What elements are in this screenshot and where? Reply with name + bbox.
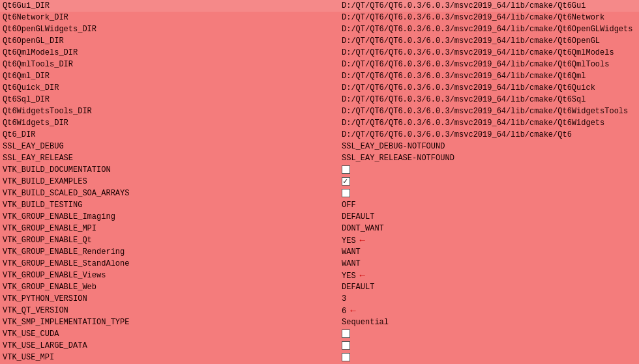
- table-row: VTK_USE_LARGE_DATA: [0, 340, 639, 352]
- table-row: VTK_BUILD_DOCUMENTATION: [0, 164, 639, 176]
- config-value: D:/QT/QT6/QT6.0.3/6.0.3/msvc2019_64/lib/…: [339, 105, 639, 117]
- table-row: VTK_USE_MPI: [0, 352, 639, 363]
- config-value-text: D:/QT/QT6/QT6.0.3/6.0.3/msvc2019_64/lib/…: [342, 48, 614, 57]
- config-value: WANT: [339, 246, 639, 258]
- config-key: Qt6QmlTools_DIR: [0, 59, 339, 70]
- config-key: VTK_GROUP_ENABLE_Views: [0, 270, 339, 281]
- config-value-text: D:/QT/QT6/QT6.0.3/6.0.3/msvc2019_64/lib/…: [342, 36, 600, 46]
- config-value-text: D:/QT/QT6/QT6.0.3/6.0.3/msvc2019_64/lib/…: [342, 60, 609, 69]
- config-value: D:/QT/QT6/QT6.0.3/6.0.3/msvc2019_64/lib/…: [339, 23, 639, 35]
- config-value-text: D:/QT/QT6/QT6.0.3/6.0.3/msvc2019_64/lib/…: [342, 83, 595, 92]
- config-key: SSL_EAY_DEBUG: [0, 141, 339, 152]
- config-value-text: SSL_EAY_RELEASE-NOTFOUND: [342, 154, 454, 163]
- config-value: DEFAULT: [339, 281, 639, 293]
- config-key: VTK_BUILD_DOCUMENTATION: [0, 164, 339, 176]
- config-value-text: DEFAULT: [342, 283, 374, 292]
- table-row: VTK_SMP_IMPLEMENTATION_TYPESequential: [0, 316, 639, 328]
- config-value: SSL_EAY_DEBUG-NOTFOUND: [339, 141, 639, 152]
- config-value: D:/QT/QT6/QT6.0.3/6.0.3/msvc2019_64/lib/…: [339, 35, 639, 47]
- table-row: Qt6_DIRD:/QT/QT6/QT6.0.3/6.0.3/msvc2019_…: [0, 129, 639, 141]
- config-key: Qt6Sql_DIR: [0, 94, 339, 105]
- config-key: Qt6Gui_DIR: [0, 0, 339, 12]
- table-row: Qt6Widgets_DIRD:/QT/QT6/QT6.0.3/6.0.3/ms…: [0, 117, 639, 129]
- arrow-icon: ←: [350, 305, 355, 316]
- config-value[interactable]: [339, 352, 639, 363]
- config-value-text: YES: [342, 236, 356, 245]
- config-key: VTK_USE_MPI: [0, 352, 339, 363]
- config-value: DEFAULT: [339, 211, 639, 223]
- config-value-text: D:/QT/QT6/QT6.0.3/6.0.3/msvc2019_64/lib/…: [342, 1, 586, 10]
- table-row: Qt6Qml_DIRD:/QT/QT6/QT6.0.3/6.0.3/msvc20…: [0, 70, 639, 82]
- table-row: VTK_GROUP_ENABLE_WebDEFAULT: [0, 281, 639, 293]
- config-value-text: 6: [342, 307, 346, 316]
- arrow-icon: ←: [360, 270, 365, 281]
- config-key: VTK_USE_CUDA: [0, 328, 339, 340]
- checkbox[interactable]: [342, 189, 350, 197]
- config-key: Qt6_DIR: [0, 129, 339, 141]
- checkbox[interactable]: [342, 329, 350, 338]
- config-key: VTK_SMP_IMPLEMENTATION_TYPE: [0, 316, 339, 328]
- config-value-text: D:/QT/QT6/QT6.0.3/6.0.3/msvc2019_64/lib/…: [342, 119, 604, 128]
- config-value: D:/QT/QT6/QT6.0.3/6.0.3/msvc2019_64/lib/…: [339, 117, 639, 129]
- config-key: VTK_QT_VERSION: [0, 305, 339, 316]
- config-value: D:/QT/QT6/QT6.0.3/6.0.3/msvc2019_64/lib/…: [339, 94, 639, 105]
- config-value[interactable]: [339, 164, 639, 176]
- config-key: VTK_GROUP_ENABLE_Qt: [0, 234, 339, 246]
- config-value-text: WANT: [342, 259, 361, 268]
- config-key: Qt6WidgetsTools_DIR: [0, 105, 339, 117]
- config-value[interactable]: [339, 340, 639, 352]
- config-key: VTK_BUILD_EXAMPLES: [0, 176, 339, 188]
- table-row: Qt6QmlTools_DIRD:/QT/QT6/QT6.0.3/6.0.3/m…: [0, 59, 639, 70]
- config-value: D:/QT/QT6/QT6.0.3/6.0.3/msvc2019_64/lib/…: [339, 129, 639, 141]
- checkbox[interactable]: [342, 341, 350, 350]
- arrow-icon: ←: [360, 235, 365, 245]
- config-value-text: D:/QT/QT6/QT6.0.3/6.0.3/msvc2019_64/lib/…: [342, 72, 586, 81]
- config-value-text: OFF: [342, 201, 356, 210]
- table-row: Qt6Quick_DIRD:/QT/QT6/QT6.0.3/6.0.3/msvc…: [0, 82, 639, 94]
- config-value-text: D:/QT/QT6/QT6.0.3/6.0.3/msvc2019_64/lib/…: [342, 25, 632, 34]
- table-row: Qt6OpenGLWidgets_DIRD:/QT/QT6/QT6.0.3/6.…: [0, 23, 639, 35]
- table-row: Qt6Gui_DIRD:/QT/QT6/QT6.0.3/6.0.3/msvc20…: [0, 0, 639, 12]
- config-value: D:/QT/QT6/QT6.0.3/6.0.3/msvc2019_64/lib/…: [339, 47, 639, 59]
- checkbox[interactable]: [342, 353, 350, 361]
- config-value-text: DONT_WANT: [342, 224, 384, 233]
- table-row: SSL_EAY_RELEASESSL_EAY_RELEASE-NOTFOUND: [0, 152, 639, 164]
- config-value: 6 ←: [339, 305, 639, 316]
- config-value-text: D:/QT/QT6/QT6.0.3/6.0.3/msvc2019_64/lib/…: [342, 13, 604, 22]
- config-key: SSL_EAY_RELEASE: [0, 152, 339, 164]
- table-row: VTK_GROUP_ENABLE_RenderingWANT: [0, 246, 639, 258]
- config-value-text: D:/QT/QT6/QT6.0.3/6.0.3/msvc2019_64/lib/…: [342, 95, 586, 104]
- table-row: VTK_GROUP_ENABLE_StandAloneWANT: [0, 258, 639, 270]
- config-key: Qt6Widgets_DIR: [0, 117, 339, 129]
- config-key: VTK_USE_LARGE_DATA: [0, 340, 339, 352]
- config-value: D:/QT/QT6/QT6.0.3/6.0.3/msvc2019_64/lib/…: [339, 70, 639, 82]
- config-key: VTK_PYTHON_VERSION: [0, 293, 339, 305]
- config-value[interactable]: [339, 188, 639, 199]
- config-value[interactable]: [339, 328, 639, 340]
- table-row: VTK_QT_VERSION6 ←: [0, 305, 639, 316]
- table-row: VTK_GROUP_ENABLE_ViewsYES ←: [0, 270, 639, 281]
- table-row: VTK_BUILD_EXAMPLES: [0, 176, 639, 188]
- config-value: YES ←: [339, 270, 639, 281]
- config-value: YES ←: [339, 234, 639, 246]
- config-key: Qt6OpenGLWidgets_DIR: [0, 23, 339, 35]
- table-row: VTK_GROUP_ENABLE_QtYES ←: [0, 234, 639, 246]
- checkbox[interactable]: [342, 165, 350, 174]
- table-row: VTK_BUILD_SCALED_SOA_ARRAYS: [0, 188, 639, 199]
- table-row: VTK_GROUP_ENABLE_MPIDONT_WANT: [0, 223, 639, 234]
- config-value: SSL_EAY_RELEASE-NOTFOUND: [339, 152, 639, 164]
- table-row: Qt6QmlModels_DIRD:/QT/QT6/QT6.0.3/6.0.3/…: [0, 47, 639, 59]
- config-key: Qt6Qml_DIR: [0, 70, 339, 82]
- config-value-text: DEFAULT: [342, 212, 374, 221]
- checkbox[interactable]: [342, 177, 350, 186]
- table-row: VTK_BUILD_TESTINGOFF: [0, 199, 639, 211]
- config-value: DONT_WANT: [339, 223, 639, 234]
- config-value: D:/QT/QT6/QT6.0.3/6.0.3/msvc2019_64/lib/…: [339, 12, 639, 23]
- config-key: VTK_BUILD_TESTING: [0, 199, 339, 211]
- config-table: Qt6Gui_DIRD:/QT/QT6/QT6.0.3/6.0.3/msvc20…: [0, 0, 639, 364]
- config-value: D:/QT/QT6/QT6.0.3/6.0.3/msvc2019_64/lib/…: [339, 59, 639, 70]
- config-value-text: SSL_EAY_DEBUG-NOTFOUND: [342, 142, 445, 151]
- config-key: VTK_GROUP_ENABLE_Imaging: [0, 211, 339, 223]
- config-value: WANT: [339, 258, 639, 270]
- config-value[interactable]: [339, 176, 639, 188]
